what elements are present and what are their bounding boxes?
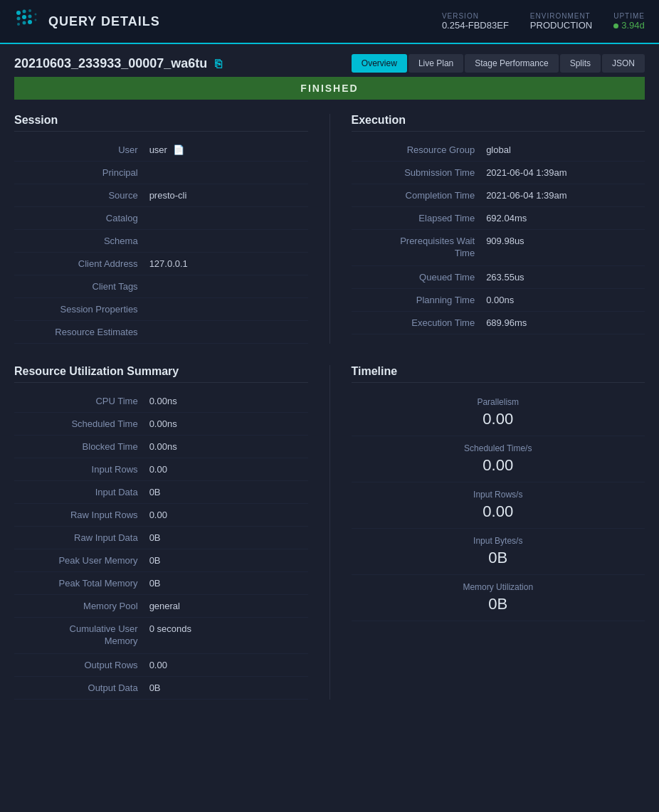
svg-point-4 (22, 15, 26, 19)
res-input-data-value: 0B (147, 481, 308, 504)
exec-queued-time-value: 263.55us (483, 265, 645, 288)
session-client-tags-label: Client Tags (14, 275, 147, 298)
svg-point-5 (28, 15, 32, 19)
res-scheduled-time-value: 0.00ns (147, 413, 308, 436)
memory-utilization-label: Memory Utilization (352, 582, 645, 592)
res-raw-input-rows-value: 0.00 (147, 504, 308, 527)
svg-point-6 (17, 23, 20, 26)
svg-point-10 (35, 19, 37, 21)
svg-point-7 (23, 21, 26, 25)
res-peak-total-memory-row: Peak Total Memory 0B (14, 572, 308, 595)
logo-icon (14, 9, 40, 34)
session-catalog-row: Catalog (14, 207, 308, 230)
exec-completion-time-label: Completion Time (352, 184, 484, 207)
tab-live-plan[interactable]: Live Plan (408, 54, 463, 73)
res-cumulative-user-memory-row: Cumulative UserMemory 0 seconds (14, 618, 308, 654)
res-peak-user-memory-label: Peak User Memory (14, 549, 147, 572)
res-input-rows-value: 0.00 (147, 458, 308, 481)
version-label: VERSION (442, 12, 479, 20)
session-catalog-value (147, 207, 308, 230)
res-peak-total-memory-label: Peak Total Memory (14, 572, 147, 595)
exec-execution-time-row: Execution Time 689.96ms (352, 311, 645, 334)
scheduled-time-s-metric: Scheduled Time/s 0.00 (352, 436, 645, 483)
copy-icon[interactable]: ⎘ (215, 58, 222, 70)
svg-point-8 (28, 20, 32, 24)
page-title: QUERY DETAILS (48, 14, 160, 29)
res-input-data-row: Input Data 0B (14, 481, 308, 504)
res-output-data-label: Output Data (14, 676, 147, 699)
scheduled-time-s-value: 0.00 (352, 456, 645, 475)
session-properties-value (147, 298, 308, 321)
resource-utilization-title: Resource Utilization Summary (14, 365, 308, 383)
resource-utilization-section: Resource Utilization Summary CPU Time 0.… (14, 365, 330, 700)
exec-elapsed-time-label: Elapsed Time (352, 207, 484, 230)
tab-stage-performance[interactable]: Stage Performance (465, 54, 558, 73)
svg-point-0 (16, 11, 21, 15)
header-meta: VERSION 0.254-FBD83EF ENVIRONMENT PRODUC… (442, 12, 645, 31)
exec-queued-time-label: Queued Time (352, 265, 484, 288)
input-rows-s-metric: Input Rows/s 0.00 (352, 483, 645, 529)
res-cpu-time-label: CPU Time (14, 390, 147, 413)
input-bytes-s-label: Input Bytes/s (352, 536, 645, 546)
res-output-rows-label: Output Rows (14, 653, 147, 676)
res-raw-input-data-row: Raw Input Data 0B (14, 527, 308, 549)
version-group: VERSION 0.254-FBD83EF (442, 12, 509, 31)
exec-completion-time-row: Completion Time 2021-06-04 1:39am (352, 184, 645, 207)
exec-prereq-wait-label: Prerequisites WaitTime (352, 230, 484, 266)
exec-resource-group-row: Resource Group global (352, 139, 645, 162)
res-cpu-time-row: CPU Time 0.00ns (14, 390, 308, 413)
session-client-address-label: Client Address (14, 253, 147, 275)
main-content: Session User user 📄 Principal Source pre… (0, 114, 659, 344)
res-output-rows-value: 0.00 (147, 653, 308, 676)
res-peak-user-memory-value: 0B (147, 549, 308, 572)
exec-elapsed-time-value: 692.04ms (483, 207, 645, 230)
session-user-label: User (14, 139, 147, 162)
session-schema-row: Schema (14, 230, 308, 253)
res-raw-input-rows-label: Raw Input Rows (14, 504, 147, 527)
exec-submission-time-row: Submission Time 2021-06-04 1:39am (352, 162, 645, 184)
exec-prereq-wait-row: Prerequisites WaitTime 909.98us (352, 230, 645, 266)
session-source-label: Source (14, 184, 147, 207)
session-source-value: presto-cli (147, 184, 308, 207)
session-principal-row: Principal (14, 162, 308, 184)
tab-splits[interactable]: Splits (560, 54, 601, 73)
res-peak-total-memory-value: 0B (147, 572, 308, 595)
res-scheduled-time-label: Scheduled Time (14, 413, 147, 436)
session-schema-value (147, 230, 308, 253)
tab-overview[interactable]: Overview (352, 54, 407, 73)
environment-group: ENVIRONMENT PRODUCTION (530, 12, 592, 31)
svg-point-2 (28, 9, 31, 12)
version-value: 0.254-FBD83EF (442, 20, 509, 31)
res-raw-input-rows-row: Raw Input Rows 0.00 (14, 504, 308, 527)
session-resource-estimates-value (147, 321, 308, 344)
session-properties-row: Session Properties (14, 298, 308, 321)
session-table: User user 📄 Principal Source presto-cli … (14, 139, 308, 344)
input-rows-s-label: Input Rows/s (352, 490, 645, 500)
res-cumulative-user-memory-value: 0 seconds (147, 618, 308, 654)
session-resource-estimates-label: Resource Estimates (14, 321, 147, 344)
res-input-rows-row: Input Rows 0.00 (14, 458, 308, 481)
tab-buttons: Overview Live Plan Stage Performance Spl… (352, 54, 645, 73)
execution-title: Execution (352, 114, 645, 132)
tab-json[interactable]: JSON (602, 54, 645, 73)
session-user-value: user 📄 (147, 139, 308, 162)
session-title: Session (14, 114, 308, 132)
res-blocked-time-value: 0.00ns (147, 436, 308, 458)
session-client-tags-value (147, 275, 308, 298)
res-memory-pool-value: general (147, 595, 308, 618)
res-output-data-value: 0B (147, 676, 308, 699)
res-cumulative-user-memory-label: Cumulative UserMemory (14, 618, 147, 654)
execution-table: Resource Group global Submission Time 20… (352, 139, 645, 334)
res-input-rows-label: Input Rows (14, 458, 147, 481)
uptime-value: 3.94d (613, 20, 645, 31)
header: QUERY DETAILS VERSION 0.254-FBD83EF ENVI… (0, 0, 659, 44)
session-principal-label: Principal (14, 162, 147, 184)
exec-execution-time-value: 689.96ms (483, 311, 645, 334)
svg-point-3 (17, 17, 21, 21)
svg-point-1 (23, 10, 26, 14)
session-properties-label: Session Properties (14, 298, 147, 321)
exec-submission-time-label: Submission Time (352, 162, 484, 184)
svg-point-9 (35, 14, 37, 16)
session-resource-estimates-row: Resource Estimates (14, 321, 308, 344)
session-catalog-label: Catalog (14, 207, 147, 230)
